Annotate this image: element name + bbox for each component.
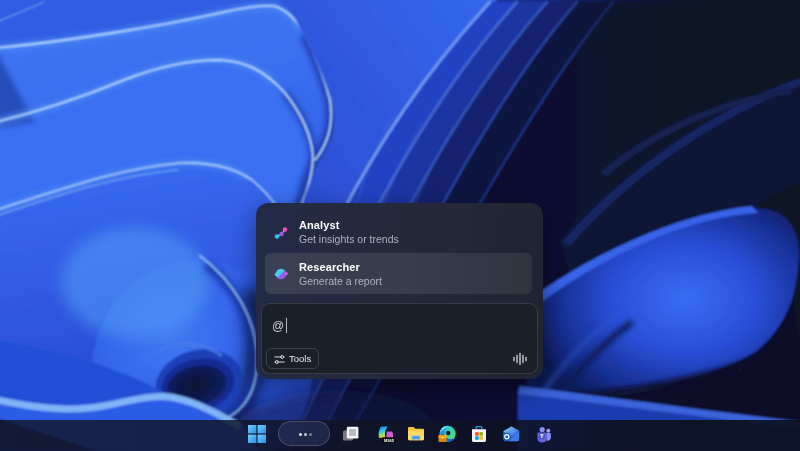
svg-text:M365: M365	[384, 438, 395, 443]
